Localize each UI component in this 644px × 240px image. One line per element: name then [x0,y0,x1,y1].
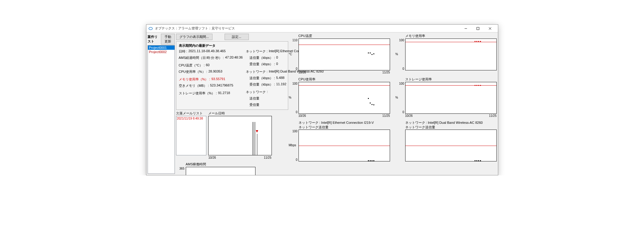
cpu-usage-value: 28.90353 [209,69,222,74]
chart-cpu-usage: CPU使用率 100 % 0 [289,77,390,117]
chart-subtitle: ネットワーク送信量 [405,125,497,130]
chart-memory-usage: メモリ使用率 100 % 0 [396,34,497,74]
y-bot: 0 [396,67,404,70]
ams-chart-box [186,167,255,175]
chart-network-1: ネットワーク : Intel[R] Ethernet Connection I2… [289,120,390,161]
chart-box [405,82,497,114]
y-bot: 0 [289,110,298,114]
net1-tx-value: 0 [276,56,278,60]
project-list[interactable]: Project0001 Project0002 [148,45,175,174]
x-start: 10/26 [405,114,413,117]
mail-chart-wrap: メール日時 10/26 11/25 [208,111,272,155]
chart-network-2: ネットワーク : Intel[R] Dual Band Wireless-AC … [396,120,497,161]
datetime-label: 日時 [179,49,187,54]
net1-tx-label: 送信量（kbps） [249,56,275,60]
missing-mail-label: 欠落メールリスト [176,111,206,116]
chart-subtitle: ネットワーク送信量 [299,125,390,130]
close-button[interactable] [484,25,496,32]
x-start: 10/26 [299,114,306,117]
chart-title: ネットワーク : Intel[R] Ethernet Connection I2… [299,120,390,125]
marker-icon [256,130,258,133]
data-column-left: 日時2021.11.18-08.49.38.465 AMS経過時間（日:時:分:… [179,49,243,107]
svg-point-0 [149,27,152,30]
cpu-temp-value: 60 [206,63,209,68]
y-unit: % [395,96,405,99]
y-bot: 0 [289,158,298,161]
right-column: CPU温度 110 °C 0 [289,34,497,174]
ams-elapsed-value: 47:20:48:36 [225,56,243,60]
net3-label: ネットワーク [246,90,266,94]
y-top: 100 [396,39,404,42]
chart-cpu-temp: CPU温度 110 °C 0 [289,34,390,74]
ams-elapsed-label: AMS経過時間（日:時:分:秒） [179,56,224,60]
x-end: 11/25 [382,114,390,117]
svg-rect-2 [477,27,479,30]
mem-usage-value: 93.55791 [211,77,225,82]
chart-box [405,39,497,70]
mail-chart-title: メール日時 [208,111,272,116]
project-item[interactable]: Project0002 [148,50,175,54]
chart-title: CPU温度 [299,34,390,38]
mem-free-value: 523.341796875 [210,83,233,88]
chart-box [299,82,390,114]
chart-title: CPU使用率 [299,77,390,82]
chart-box [405,130,497,161]
y-top: 100 [289,82,298,85]
net1-label: ネットワーク [246,49,268,54]
content-area: 案件リスト 手動更新 Project0001 Project0002 グラフの表… [146,32,498,175]
mem-usage-label: メモリ使用率（%） [179,77,210,82]
storage-value: 91.2718 [218,91,230,96]
y-unit: Mbps [289,144,298,147]
net1-rx-value: 0 [276,62,278,66]
y-unit: % [395,52,405,56]
ams-chart-title: AMS稼働時間 [186,162,288,167]
net1-rx-label: 受信量（kbps） [249,62,275,66]
minimize-button[interactable] [460,25,472,32]
project-item[interactable]: Project0001 [148,46,175,50]
net3-tx-label: 送信量 [249,96,259,101]
chart-title: ネットワーク : Intel[R] Dual Band Wireless-AC … [405,120,497,125]
panel-title: 表示期間内の最新データ [179,43,285,48]
chart-box [299,39,390,70]
chart-title: ストレージ使用率 [405,77,497,82]
middle-column: グラフの表示期間... 設定... 表示期間内の最新データ 日時2021.11.… [176,34,288,174]
chart-storage-usage: ストレージ使用率 100 % 0 [396,77,497,117]
cpu-temp-label: CPU温度（°C） [179,63,205,68]
ams-y-top: 365 [176,167,185,170]
net2-rx-label: 受信量（kbps） [249,82,275,87]
y-bot: 0 [289,67,298,70]
net2-label: ネットワーク [246,69,268,74]
net2-rx-value: 11.192 [276,82,286,87]
latest-data-panel: 表示期間内の最新データ 日時2021.11.18-08.49.38.465 AM… [176,41,288,110]
y-top: 110 [289,39,298,42]
net3-rx-label: 受信量 [249,103,259,107]
y-bot: 0 [396,110,404,114]
manual-refresh-button[interactable]: 手動更新 [161,34,175,45]
net2-tx-value: 5.488 [276,76,285,80]
axis-end: 11/25 [264,156,271,159]
settings-button[interactable]: 設定... [225,34,249,40]
cpu-usage-label: CPU使用率（%） [179,69,207,74]
y-top: 100 [396,82,404,85]
chart-title: メモリ使用率 [405,34,497,38]
y-unit: % [289,96,298,99]
x-end: 11/25 [489,114,496,117]
mem-free-label: 空きメモリ（MB） [179,83,209,88]
sidebar: 案件リスト 手動更新 Project0001 Project0002 [148,34,175,174]
window-title: オプテックス：アラーム管理ソフト：見守りサービス [155,26,460,31]
y-unit: °C [289,52,298,56]
mail-chart: 10/26 11/25 [208,116,272,155]
net2-tx-label: 送信量（kbps） [249,76,275,80]
ams-chart-wrap: AMS稼働時間 365 day [176,162,288,175]
y-top: 100 [289,130,298,133]
app-window: オプテックス：アラーム管理ソフト：見守りサービス 案件リスト 手動更新 Proj… [146,24,498,175]
x-start: 10/26 [299,71,306,74]
mail-list-item[interactable]: 2021/11/19 8:49:38 [177,117,205,120]
missing-mail-body[interactable]: 2021/11/19 8:49:38 [176,116,206,155]
project-list-label: 案件リスト [148,35,160,44]
storage-label: ストレージ使用率（%） [179,91,217,96]
chart-box [299,130,390,161]
maximize-button[interactable] [472,25,484,32]
graph-period-button[interactable]: グラフの表示期間... [176,34,212,40]
datetime-value: 2021.11.18-08.49.38.465 [189,49,226,54]
